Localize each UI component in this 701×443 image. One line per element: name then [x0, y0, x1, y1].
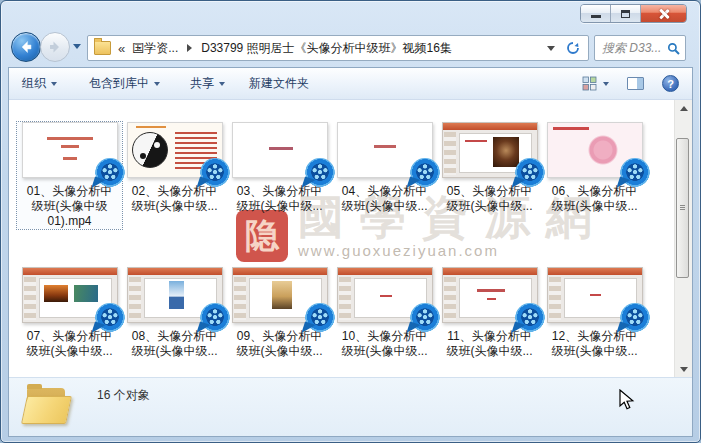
- video-player-badge-icon: [200, 158, 230, 188]
- change-view-button[interactable]: [582, 76, 609, 91]
- search-box[interactable]: [594, 35, 686, 61]
- file-item-10[interactable]: 10、头像分析中 级班(头像中级...: [332, 267, 437, 359]
- share-menu-button[interactable]: 共享: [190, 75, 225, 92]
- file-thumbnail: [232, 122, 328, 178]
- explorer-window: « 国学资... D33799 照明居士《头像分析中级班》视频16集: [0, 0, 701, 443]
- forward-arrow-icon: [47, 39, 63, 55]
- file-thumbnail: [22, 122, 118, 178]
- file-thumbnail: [442, 122, 538, 178]
- chevron-down-icon: [51, 82, 57, 86]
- breadcrumb-overflow-button[interactable]: «: [115, 41, 128, 56]
- chevron-down-icon: [154, 82, 160, 86]
- breadcrumb-current-folder[interactable]: D33799 照明居士《头像分析中级班》视频16集: [197, 38, 456, 59]
- video-player-badge-icon: [95, 158, 125, 188]
- file-name: 01、头像分析中 级班(头像中级 01).mp4: [17, 184, 122, 229]
- watermark-site-url: www.guoxueziyuan.com: [298, 242, 608, 259]
- breadcrumb-separator-icon[interactable]: [187, 44, 192, 52]
- search-input[interactable]: [600, 40, 667, 56]
- back-button[interactable]: [11, 32, 41, 62]
- window-controls: [580, 4, 687, 23]
- scroll-down-icon: [680, 367, 688, 372]
- file-item-03[interactable]: 03、头像分析中 级班(头像中级...: [227, 122, 332, 229]
- chevron-down-icon: [219, 82, 225, 86]
- file-thumbnail: [337, 267, 433, 323]
- minimize-icon: [591, 15, 601, 18]
- share-label: 共享: [190, 75, 214, 92]
- file-item-06[interactable]: 06、头像分析中 级班(头像中级...: [542, 122, 647, 229]
- video-player-badge-icon: [620, 303, 650, 333]
- include-in-library-menu-button[interactable]: 包含到库中: [89, 75, 160, 92]
- organize-label: 组织: [22, 75, 46, 92]
- file-name: 08、头像分析中 级班(头像中级...: [122, 329, 227, 359]
- file-name: 11、头像分析中 级班(头像中级...: [437, 329, 542, 359]
- file-thumbnail: [232, 267, 328, 323]
- breadcrumb-parent-folder[interactable]: 国学资...: [128, 38, 182, 59]
- video-player-badge-icon: [305, 303, 335, 333]
- file-name: 10、头像分析中 级班(头像中级...: [332, 329, 437, 359]
- maximize-icon: [621, 10, 630, 18]
- file-name: 02、头像分析中 级班(头像中级...: [122, 184, 227, 214]
- video-player-badge-icon: [95, 303, 125, 333]
- file-thumbnail: [442, 267, 538, 323]
- maximize-button[interactable]: [611, 5, 641, 22]
- organize-menu-button[interactable]: 组织: [22, 75, 57, 92]
- video-player-badge-icon: [410, 158, 440, 188]
- file-thumbnail: [127, 122, 223, 178]
- new-folder-label: 新建文件夹: [249, 75, 309, 92]
- file-list-area[interactable]: 隐 國學資源網 www.guoxueziyuan.com 01、头像分析中 级班…: [9, 100, 692, 377]
- help-glyph: ?: [667, 78, 674, 90]
- refresh-button[interactable]: [562, 37, 584, 59]
- file-item-01[interactable]: 01、头像分析中 级班(头像中级 01).mp4: [17, 122, 122, 229]
- file-thumbnail: [547, 267, 643, 323]
- include-in-library-label: 包含到库中: [89, 75, 149, 92]
- file-item-07[interactable]: 07、头像分析中 级班(头像中级...: [17, 267, 122, 359]
- file-item-04[interactable]: 04、头像分析中 级班(头像中级...: [332, 122, 437, 229]
- back-arrow-icon: [18, 39, 34, 55]
- help-button[interactable]: ?: [662, 75, 679, 92]
- file-item-09[interactable]: 09、头像分析中 级班(头像中级...: [227, 267, 332, 359]
- item-count: 16 个对象: [97, 387, 150, 404]
- minimize-button[interactable]: [581, 5, 611, 22]
- file-item-08[interactable]: 08、头像分析中 级班(头像中级...: [122, 267, 227, 359]
- recent-pages-dropdown[interactable]: [73, 44, 81, 49]
- views-grid-icon: [582, 76, 597, 91]
- refresh-icon: [566, 41, 580, 55]
- folder-details-icon: [21, 384, 73, 428]
- file-name: 07、头像分析中 级班(头像中级...: [17, 329, 122, 359]
- video-player-badge-icon: [515, 303, 545, 333]
- title-bar[interactable]: [1, 1, 700, 29]
- file-item-02[interactable]: 02、头像分析中 级班(头像中级...: [122, 122, 227, 229]
- folder-icon: [94, 41, 111, 55]
- address-bar[interactable]: « 国学资... D33799 照明居士《头像分析中级班》视频16集: [87, 35, 589, 61]
- forward-button-disabled[interactable]: [40, 32, 70, 62]
- client-area: 组织 包含到库中 共享 新建文件夹: [8, 67, 693, 437]
- file-name: 06、头像分析中 级班(头像中级...: [542, 184, 647, 214]
- preview-pane-button[interactable]: [627, 77, 644, 90]
- file-row-2: 07、头像分析中 级班(头像中级... 08、头像分析中 级班(头像中级... …: [9, 267, 692, 359]
- search-icon[interactable]: [667, 42, 680, 55]
- file-name: 05、头像分析中 级班(头像中级...: [437, 184, 542, 214]
- video-player-badge-icon: [200, 303, 230, 333]
- video-player-badge-icon: [515, 158, 545, 188]
- chevron-down-icon: [603, 82, 609, 86]
- new-folder-button[interactable]: 新建文件夹: [249, 75, 309, 92]
- file-item-12[interactable]: 12、头像分析中 级班(头像中级...: [542, 267, 647, 359]
- video-player-badge-icon: [305, 158, 335, 188]
- scroll-down-button[interactable]: [675, 361, 692, 377]
- file-thumbnail: [337, 122, 433, 178]
- scroll-up-button[interactable]: [675, 100, 692, 116]
- file-item-11[interactable]: 11、头像分析中 级班(头像中级...: [437, 267, 542, 359]
- video-player-badge-icon: [410, 303, 440, 333]
- command-toolbar: 组织 包含到库中 共享 新建文件夹: [9, 68, 692, 100]
- file-name: 09、头像分析中 级班(头像中级...: [227, 329, 332, 359]
- yinyang-art: [132, 132, 168, 168]
- close-button[interactable]: [641, 5, 686, 22]
- file-row-1: 01、头像分析中 级班(头像中级 01).mp4 02、头像分析中 级班(头像中…: [9, 122, 692, 229]
- file-thumbnail: [127, 267, 223, 323]
- folder-front-art: [21, 396, 72, 424]
- address-dropdown-icon[interactable]: [547, 46, 555, 51]
- toolbar-right-group: ?: [582, 75, 679, 92]
- file-item-05[interactable]: 05、头像分析中 级班(头像中级...: [437, 122, 542, 229]
- file-thumbnail: [547, 122, 643, 178]
- file-name: 12、头像分析中 级班(头像中级...: [542, 329, 647, 359]
